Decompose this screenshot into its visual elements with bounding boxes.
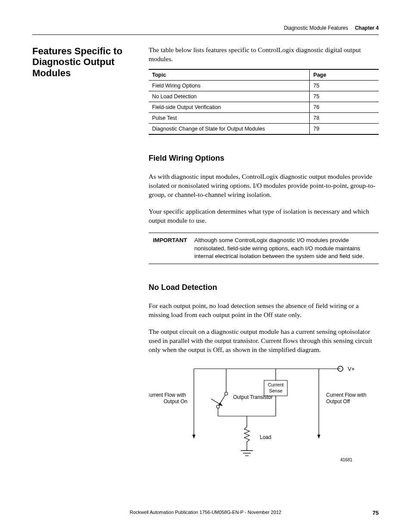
nld-paragraph-2: The output circuit on a diagnostic outpu…	[149, 327, 379, 355]
topic-page-table: Topic Page Field Wiring Options 75 No Lo…	[149, 69, 379, 135]
fwo-paragraph-1: As with diagnostic input modules, Contro…	[149, 172, 379, 199]
table-cell-page: 76	[310, 102, 379, 112]
table-cell-page: 78	[310, 112, 379, 123]
table-row: Pulse Test 78	[149, 112, 379, 123]
footer-text: Rockwell Automation Publication 1756-UM0…	[130, 510, 281, 515]
svg-point-8	[225, 392, 228, 395]
flow-off-label: Current Flow with Output Off	[326, 392, 368, 404]
figure-id: 41681	[340, 457, 352, 462]
table-cell-topic: Field Wiring Options	[149, 80, 310, 91]
table-row: No Load Detection 75	[149, 91, 379, 102]
load-label: Load	[260, 434, 271, 440]
output-transistor-label-1: Output Transistor	[233, 394, 273, 400]
table-row: Diagnostic Change of State for Output Mo…	[149, 123, 379, 134]
svg-line-11	[211, 399, 222, 405]
important-callout: IMPORTANT Although some ControlLogix dia…	[149, 233, 379, 264]
nld-paragraph-1: For each output point, no load detection…	[149, 302, 379, 320]
section-heading: Features Specific to Diagnostic Output M…	[32, 46, 140, 78]
circuit-svg: V+ Current Sense Output	[149, 362, 377, 474]
subheading-no-load: No Load Detection	[149, 283, 379, 292]
table-header-page: Page	[310, 69, 379, 81]
running-head-title: Diagnostic Module Features	[284, 25, 348, 31]
table-cell-topic: Diagnostic Change of State for Output Mo…	[149, 123, 310, 134]
table-cell-topic: Field-side Output Verification	[149, 102, 310, 112]
vplus-label: V+	[348, 366, 355, 372]
running-head-chapter: Chapter 4	[355, 25, 379, 31]
subheading-field-wiring: Field Wiring Options	[149, 154, 379, 163]
table-cell-topic: Pulse Test	[149, 112, 310, 123]
table-row: Field-side Output Verification 76	[149, 102, 379, 112]
svg-point-10	[217, 405, 220, 408]
table-header-topic: Topic	[149, 69, 310, 81]
page-footer: Rockwell Automation Publication 1756-UM0…	[32, 510, 379, 515]
table-cell-topic: No Load Detection	[149, 91, 310, 102]
header-rule	[32, 34, 379, 35]
important-text: Although some ControlLogix diagnostic I/…	[192, 233, 379, 264]
flow-on-label: Current Flow with Output On	[149, 392, 187, 404]
table-cell-page: 75	[310, 91, 379, 102]
current-sense-label-1: Current	[268, 382, 284, 387]
table-cell-page: 75	[310, 80, 379, 91]
svg-line-9	[219, 395, 225, 405]
current-sense-label-2: Sense	[269, 388, 282, 393]
intro-paragraph: The table below lists features specific …	[149, 46, 379, 64]
circuit-diagram: V+ Current Sense Output	[149, 362, 379, 476]
running-head: Diagnostic Module Features Chapter 4	[284, 25, 379, 31]
important-label: IMPORTANT	[149, 233, 192, 264]
fwo-paragraph-2: Your specific application determines wha…	[149, 207, 379, 225]
table-cell-page: 79	[310, 123, 379, 134]
page-number: 75	[373, 510, 379, 516]
table-row: Field Wiring Options 75	[149, 80, 379, 91]
